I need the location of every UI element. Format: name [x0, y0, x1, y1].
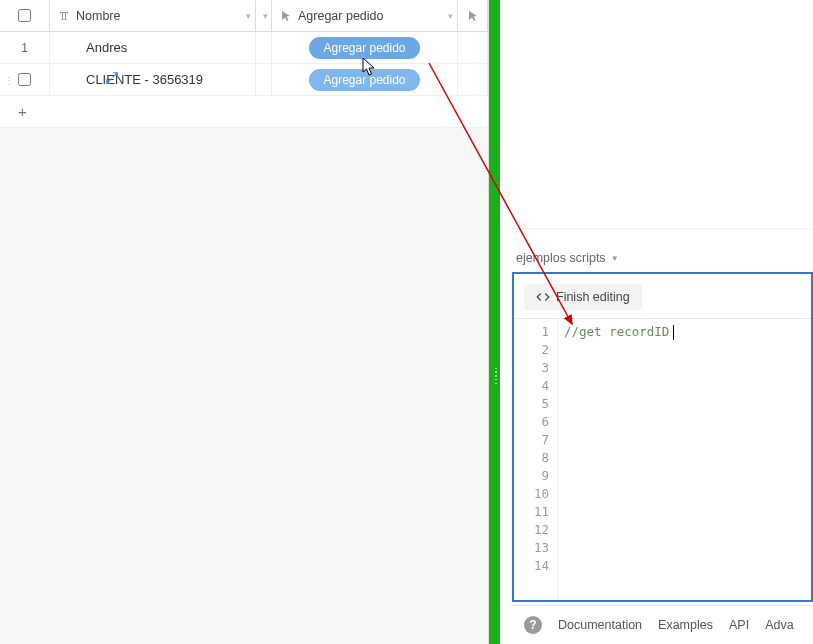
- divider-handle-icon[interactable]: ⋮⋮⋮: [491, 370, 502, 382]
- editor-footer: ? Documentation Examples API Adva: [512, 605, 813, 643]
- cell-nombre[interactable]: CLIENTE - 3656319: [50, 64, 256, 95]
- line-number: 7: [514, 431, 549, 449]
- code-area[interactable]: 1 2 3 4 5 6 7 8 9 10 11 12 13 14: [514, 318, 811, 600]
- line-number: 1: [514, 323, 549, 341]
- table-row[interactable]: ⋮⋮ CLIENTE - 3656319 Agregar pedido: [0, 64, 488, 96]
- cell-separator: [256, 64, 272, 95]
- footer-api-link[interactable]: API: [729, 618, 749, 632]
- table-panel: Nombre ▾ ▾ Agregar pedido ▾: [0, 0, 489, 644]
- agregar-pedido-button[interactable]: Agregar pedido: [309, 37, 419, 59]
- line-number: 5: [514, 395, 549, 413]
- line-number: 4: [514, 377, 549, 395]
- column-agregar-label: Agregar pedido: [298, 9, 383, 23]
- finish-editing-button[interactable]: Finish editing: [524, 284, 642, 310]
- chevron-down-icon[interactable]: ▾: [448, 11, 453, 21]
- header-checkbox-cell[interactable]: [0, 0, 50, 31]
- finish-editing-label: Finish editing: [556, 290, 630, 304]
- code-editor: Finish editing 1 2 3 4 5 6 7 8 9 10 11 1…: [512, 272, 813, 602]
- agregar-pedido-button[interactable]: Agregar pedido: [309, 69, 419, 91]
- cell-separator: [256, 32, 272, 63]
- line-gutter: 1 2 3 4 5 6 7 8 9 10 11 12 13 14: [514, 319, 558, 600]
- column-separator: ▾: [256, 0, 272, 31]
- cursor-icon: [280, 10, 292, 22]
- line-number: 6: [514, 413, 549, 431]
- row-number: 1: [21, 41, 28, 55]
- chevron-down-icon[interactable]: ▾: [263, 11, 268, 21]
- row-checkbox-cell[interactable]: ⋮⋮: [0, 64, 50, 95]
- code-content[interactable]: //get recordID: [558, 319, 811, 600]
- footer-examples-link[interactable]: Examples: [658, 618, 713, 632]
- cell-nombre[interactable]: Andres: [50, 32, 256, 63]
- cursor-icon: [467, 10, 479, 22]
- code-icon: [536, 290, 550, 304]
- cell-button: Agregar pedido: [272, 32, 458, 63]
- line-number: 13: [514, 539, 549, 557]
- script-panel: ejemplos scripts ▼ Finish editing 1 2 3 …: [500, 0, 813, 644]
- line-number: 8: [514, 449, 549, 467]
- cell-nombre-text: CLIENTE - 3656319: [86, 72, 203, 87]
- cell-cursor: [458, 64, 488, 95]
- line-number: 10: [514, 485, 549, 503]
- footer-documentation-link[interactable]: Documentation: [558, 618, 642, 632]
- row-number-cell[interactable]: 1: [0, 32, 50, 63]
- chevron-down-icon[interactable]: ▼: [611, 254, 619, 263]
- cell-nombre-text: Andres: [86, 40, 127, 55]
- plus-icon[interactable]: +: [0, 103, 50, 120]
- line-number: 2: [514, 341, 549, 359]
- script-title[interactable]: ejemplos scripts ▼: [516, 251, 619, 265]
- line-number: 14: [514, 557, 549, 575]
- line-number: 9: [514, 467, 549, 485]
- panel-top-border: [512, 228, 813, 229]
- script-title-text: ejemplos scripts: [516, 251, 606, 265]
- column-header-nombre[interactable]: Nombre ▾: [50, 0, 256, 31]
- column-nombre-label: Nombre: [76, 9, 120, 23]
- table-row[interactable]: 1 Andres Agregar pedido: [0, 32, 488, 64]
- expand-icon[interactable]: [105, 71, 119, 88]
- cell-cursor: [458, 32, 488, 63]
- column-header-cursor[interactable]: [458, 0, 488, 31]
- line-number: 3: [514, 359, 549, 377]
- drag-handle-icon[interactable]: ⋮⋮: [4, 74, 24, 85]
- column-header-agregar[interactable]: Agregar pedido ▾: [272, 0, 458, 31]
- text-cursor: [673, 325, 674, 340]
- chevron-down-icon[interactable]: ▾: [246, 11, 251, 21]
- line-number: 12: [514, 521, 549, 539]
- add-row[interactable]: +: [0, 96, 488, 128]
- code-line-1: //get recordID: [564, 324, 669, 339]
- footer-advanced-link[interactable]: Adva: [765, 618, 794, 632]
- table-header: Nombre ▾ ▾ Agregar pedido ▾: [0, 0, 488, 32]
- line-number: 11: [514, 503, 549, 521]
- select-all-checkbox[interactable]: [18, 9, 31, 22]
- panel-divider[interactable]: ⋮⋮⋮: [489, 0, 500, 644]
- help-icon[interactable]: ?: [524, 616, 542, 634]
- text-type-icon: [58, 10, 70, 22]
- cell-button: Agregar pedido: [272, 64, 458, 95]
